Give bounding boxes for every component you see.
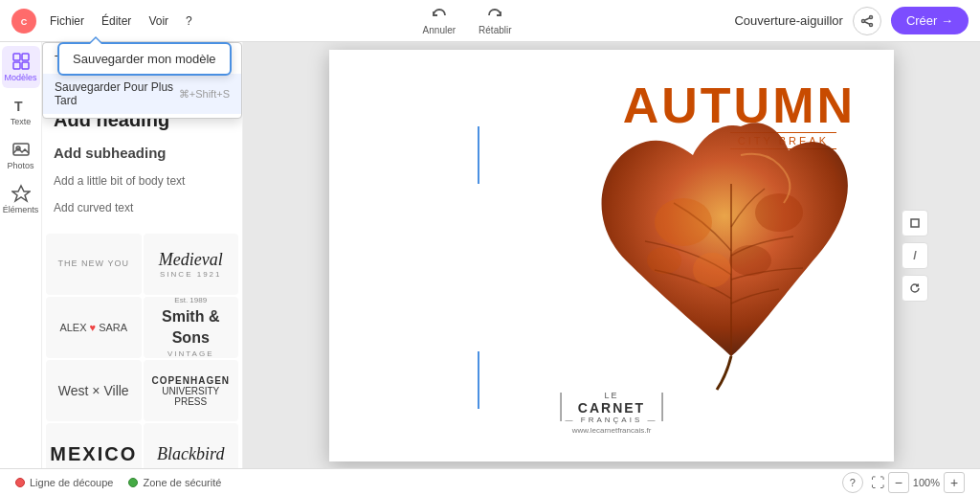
logo-francais: — FRANÇAIS — <box>566 416 658 424</box>
zoom-controls: ⛶ − 100% + <box>871 472 965 493</box>
create-button[interactable]: Créer → <box>891 7 969 34</box>
add-subheading-item[interactable]: Add subheading <box>50 139 234 167</box>
help-button[interactable]: ? <box>842 472 863 493</box>
sidebar-photos-label: Photos <box>7 161 33 170</box>
save-tooltip: Sauvegarder mon modèle <box>57 42 232 76</box>
add-curved-text: Add curved text <box>54 201 231 214</box>
add-subheading-text: Add subheading <box>54 145 231 161</box>
redo-button[interactable]: Rétablir <box>479 7 511 35</box>
svg-rect-10 <box>22 62 29 69</box>
bottom-logo: LE CARNET — FRANÇAIS — www.lecarnetfranc… <box>561 391 663 435</box>
doc-title: Couverture-aiguillor <box>734 13 842 28</box>
safe-zone-dot <box>128 478 138 487</box>
sidebar-elements-label: Éléments <box>3 205 39 214</box>
logo-le: LE <box>566 391 658 400</box>
safe-zone-item[interactable]: Zone de sécurité <box>128 477 221 488</box>
text-cursor-top <box>478 126 479 184</box>
sidebar-item-texte[interactable]: T Texte <box>2 90 40 132</box>
save-label: Sauvegarder Pour Plus Tard <box>55 80 179 107</box>
add-body-item[interactable]: Add a little bit of body text <box>50 169 234 193</box>
zoom-level: 100% <box>913 477 940 488</box>
toolbar-left: C Fichier Éditer Voir ? <box>11 9 200 34</box>
save-shortcut: ⌘+Shift+S <box>179 88 230 101</box>
rmt-expand[interactable] <box>902 210 928 236</box>
logo-url: www.lecarnetfrancais.fr <box>561 426 663 435</box>
svg-point-17 <box>693 253 731 287</box>
canvas-content: AUTUMN City Break <box>329 50 894 461</box>
menu-bar: Fichier Éditer Voir ? <box>42 11 200 32</box>
safe-zone-label: Zone de sécurité <box>143 477 221 488</box>
top-toolbar: C Fichier Éditer Voir ? Annuler Rétablir… <box>0 0 980 42</box>
app-logo: C <box>11 9 36 34</box>
canvas-area: AUTUMN City Break <box>243 42 980 468</box>
zoom-plus-button[interactable]: + <box>944 472 965 493</box>
bottom-bar: Ligne de découpe Zone de sécurité ? ⛶ − … <box>0 468 980 495</box>
toolbar-right: Couverture-aiguillor Créer → <box>734 7 969 35</box>
bottom-right-controls: ? ⛶ − 100% + <box>842 472 965 493</box>
font-item-blackbird[interactable]: Blackbird <box>144 423 239 468</box>
sidebar-item-photos[interactable]: Photos <box>2 134 40 176</box>
main-area: Modèles T Texte Photos Éléments Tout Eff… <box>0 42 980 468</box>
font-item-west[interactable]: West × Ville <box>46 360 142 421</box>
menu-help[interactable]: ? <box>178 11 200 32</box>
sidebar-item-modeles[interactable]: Modèles <box>2 46 40 88</box>
right-mini-toolbar: / <box>902 210 928 302</box>
svg-point-4 <box>861 19 864 22</box>
zoom-minus-button[interactable]: − <box>888 472 909 493</box>
svg-rect-8 <box>22 54 29 60</box>
menu-editer[interactable]: Éditer <box>94 11 139 32</box>
rmt-refresh[interactable] <box>902 275 928 302</box>
undo-label: Annuler <box>423 25 456 35</box>
svg-rect-7 <box>13 54 20 60</box>
svg-line-6 <box>864 21 870 24</box>
cut-line-dot <box>15 478 25 487</box>
menu-fichier[interactable]: Fichier <box>42 11 92 32</box>
font-item-thenew[interactable]: THE NEW YOU <box>46 234 142 295</box>
svg-rect-9 <box>13 62 20 69</box>
add-curved-item[interactable]: Add curved text <box>50 195 234 220</box>
svg-point-16 <box>755 193 803 232</box>
svg-rect-12 <box>13 144 29 155</box>
rmt-slash[interactable]: / <box>902 242 928 269</box>
dropdown-item-save[interactable]: Sauvegarder Pour Plus Tard ⌘+Shift+S <box>43 74 241 114</box>
logo-carnet: CARNET <box>566 400 658 416</box>
svg-point-18 <box>729 245 771 276</box>
toolbar-center: Annuler Rétablir <box>208 7 727 35</box>
svg-text:T: T <box>14 99 23 114</box>
share-button[interactable] <box>853 7 881 35</box>
font-item-alex[interactable]: ALEX ♥ SARA <box>46 297 142 358</box>
svg-point-19 <box>647 247 681 274</box>
font-item-mexico[interactable]: MEXICO <box>46 423 142 468</box>
svg-text:C: C <box>21 17 28 27</box>
canvas-wrapper[interactable]: AUTUMN City Break <box>329 50 894 461</box>
leaf-image <box>588 107 875 394</box>
sidebar-icons: Modèles T Texte Photos Éléments <box>0 42 42 468</box>
add-body-text: Add a little bit of body text <box>54 174 231 188</box>
fullscreen-button[interactable]: ⛶ <box>871 475 884 490</box>
undo-button[interactable]: Annuler <box>423 7 456 35</box>
font-item-medieval[interactable]: Medieval SINCE 1921 <box>144 234 239 295</box>
font-item-smithsons[interactable]: Est. 1989 Smith & Sons VINTAGE <box>144 297 239 358</box>
svg-line-5 <box>864 17 870 20</box>
svg-marker-14 <box>12 186 30 201</box>
cut-line-item[interactable]: Ligne de découpe <box>15 477 113 488</box>
sidebar-item-elements[interactable]: Éléments <box>2 178 40 220</box>
redo-label: Rétablir <box>479 25 511 35</box>
menu-voir[interactable]: Voir <box>141 11 176 32</box>
cut-line-label: Ligne de découpe <box>30 477 113 488</box>
font-item-copenhagen[interactable]: COPENHAGEN UNIVERSITY PRESS <box>144 360 239 421</box>
left-panel: Tout Effacer ⌘E Sauvegarder Pour Plus Ta… <box>42 42 243 468</box>
text-cursor-bottom <box>478 351 479 409</box>
sidebar-texte-label: Texte <box>11 117 32 126</box>
font-styles-grid: THE NEW YOU Medieval SINCE 1921 ALEX ♥ S… <box>42 230 242 468</box>
sidebar-modeles-label: Modèles <box>4 73 36 82</box>
svg-point-15 <box>655 198 712 246</box>
